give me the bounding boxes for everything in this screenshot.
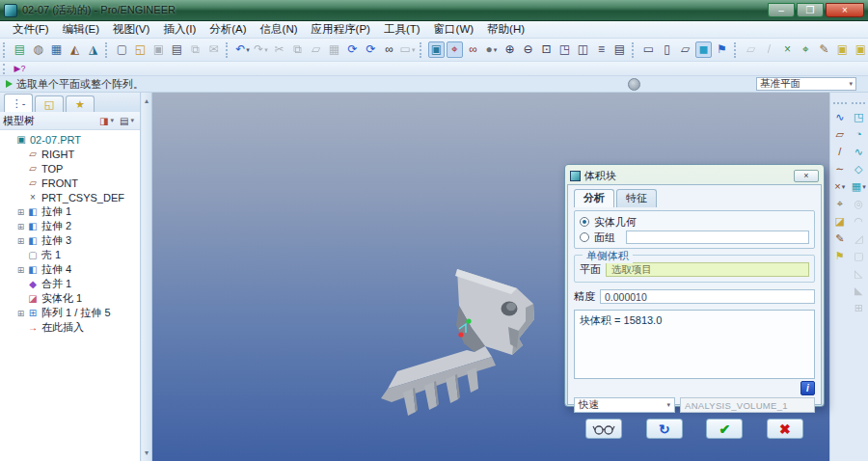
blend-tool-icon[interactable]: ◇ <box>851 161 866 176</box>
panel-sash[interactable]: ▴ ▾ <box>142 93 152 461</box>
reorient-icon[interactable]: ◳ <box>556 41 573 58</box>
new-file-icon[interactable]: ▢ <box>114 41 130 58</box>
notes-tag-icon[interactable]: ▣ <box>834 41 851 58</box>
solid-geometry-radio[interactable] <box>580 217 589 227</box>
tree-item-extrude-4[interactable]: ⊞◧拉伸 4 <box>0 262 140 277</box>
undo-icon[interactable]: ↶▾ <box>234 41 251 58</box>
send-mail-icon[interactable]: ✉ <box>205 41 222 58</box>
dialog-tab-analysis[interactable]: 分析 <box>574 189 614 207</box>
toolbar-grip[interactable] <box>105 42 109 58</box>
sash-arrow-up-icon[interactable]: ▴ <box>145 96 149 105</box>
menu-tools[interactable]: 工具(T) <box>377 21 427 38</box>
extrude-tool-icon[interactable]: ◳ <box>851 109 866 124</box>
dialog-tab-feature[interactable]: 特征 <box>616 189 657 207</box>
named-views-icon[interactable]: ◫ <box>575 41 591 58</box>
paste-icon[interactable]: ▱ <box>308 41 324 58</box>
tree-item-datum-front[interactable]: ▱FRONT <box>0 176 140 190</box>
menu-insert[interactable]: 插入(I) <box>156 21 203 38</box>
datum-planes-toggle-icon[interactable]: ▱ <box>743 41 759 58</box>
sketch-tool-icon[interactable]: ◪ <box>832 213 848 229</box>
menu-file[interactable]: 文件(F) <box>6 21 56 38</box>
datum-axes-toggle-icon[interactable]: / <box>761 41 777 58</box>
expand-icon[interactable]: ⊞ <box>15 222 26 231</box>
favorites-tab[interactable]: ★ <box>66 95 95 112</box>
tag-2-icon[interactable]: ▣ <box>853 41 868 58</box>
menu-view[interactable]: 视图(V) <box>106 21 156 38</box>
save-icon[interactable]: ▣ <box>150 41 167 58</box>
tree-item-merge-1[interactable]: ◆合并 1 <box>0 277 140 291</box>
toolbar-grip[interactable] <box>734 42 738 58</box>
model-tree-tab[interactable]: ⋮‑ <box>4 94 33 112</box>
message-log-icon[interactable] <box>628 78 640 91</box>
tree-item-shell-1[interactable]: ▢壳 1 <box>0 248 140 262</box>
tree-item-extrude-3[interactable]: ⊞◧拉伸 3 <box>0 233 140 248</box>
quilt-input[interactable] <box>626 230 809 244</box>
dialog-title-bar[interactable]: 体积块 × <box>567 167 822 184</box>
style-tool-icon[interactable]: ∿ <box>832 109 848 124</box>
appearances-icon[interactable]: ◍ <box>30 41 46 58</box>
datum-axis-tool-icon[interactable]: / <box>832 144 848 159</box>
rib-tool-icon[interactable]: ◣ <box>851 283 866 298</box>
chamfer-tool-icon[interactable]: ◿ <box>851 230 866 246</box>
redo-icon[interactable]: ↷▾ <box>253 41 269 58</box>
fly-through-icon[interactable]: ◮ <box>85 41 101 58</box>
refit-icon[interactable]: ⊡ <box>538 41 555 58</box>
plane-collector-field[interactable]: 选取项目 <box>606 262 809 277</box>
layers-icon[interactable]: ≡ <box>593 41 610 58</box>
analysis-type-dropdown[interactable]: 快速 ▾ <box>574 397 675 413</box>
expand-icon[interactable]: ⊞ <box>15 236 26 246</box>
repeat-button[interactable]: ↻ <box>646 419 683 439</box>
preview-button[interactable] <box>585 419 622 439</box>
close-button[interactable]: × <box>826 3 864 17</box>
folder-browser-tab[interactable]: ◱ <box>35 95 64 112</box>
tree-item-datum-right[interactable]: ▱RIGHT <box>0 147 140 161</box>
shell-tool-icon[interactable]: ▢ <box>851 248 866 263</box>
accuracy-input[interactable]: 0.000010 <box>600 289 815 304</box>
saved-view-pin-icon[interactable]: ⚑ <box>714 41 730 58</box>
regenerate-icon[interactable]: ▦ <box>326 41 342 58</box>
menu-edit[interactable]: 编辑(E) <box>56 21 106 38</box>
selection-filter-dropdown[interactable]: 基准平面 ▾ <box>756 77 856 91</box>
toolbar-grip[interactable] <box>3 42 7 58</box>
select-special-icon[interactable]: ▭▾ <box>399 41 416 58</box>
tree-item-extrude-2[interactable]: ⊞◧拉伸 2 <box>0 219 140 233</box>
menu-info[interactable]: 信息(N) <box>254 21 305 38</box>
dialog-close-button[interactable]: × <box>794 170 819 182</box>
boundary-blend-tool-icon[interactable]: ▦▾ <box>851 178 866 194</box>
tree-item-csys-def[interactable]: ×PRT_CSYS_DEF <box>0 190 140 204</box>
sweep-tool-icon[interactable]: ∿ <box>851 144 866 159</box>
annotation-tool-icon[interactable]: ✎ <box>832 230 848 246</box>
cut-icon[interactable]: ✂ <box>271 41 287 58</box>
spin-center-icon[interactable]: ⌖ <box>447 41 463 58</box>
csys-tool-icon[interactable]: ⌖ <box>832 196 848 211</box>
minimize-button[interactable]: – <box>768 3 795 17</box>
draft-tool-icon[interactable]: ◺ <box>851 265 866 281</box>
copy-doc-icon[interactable]: ⧉ <box>187 41 203 58</box>
update-model-icon[interactable]: ⟳ <box>344 41 361 58</box>
ok-button[interactable]: ✔ <box>706 419 743 439</box>
menu-analysis[interactable]: 分析(A) <box>203 21 253 38</box>
datum-points-toggle-icon[interactable]: × <box>779 41 796 58</box>
menu-help[interactable]: 帮助(H) <box>480 21 531 38</box>
menu-applications[interactable]: 应用程序(P) <box>305 21 377 38</box>
view-manager-icon[interactable]: ▤ <box>611 41 628 58</box>
datum-plane-tool-icon[interactable]: ▱ <box>832 126 848 142</box>
datum-point-tool-icon[interactable]: ×▾ <box>832 178 848 194</box>
no-hidden-icon[interactable]: ▱ <box>677 41 693 58</box>
shaded-icon[interactable]: ◼ <box>695 41 712 58</box>
tree-item-root-part[interactable]: ▣02-07.PRT <box>0 132 140 147</box>
expand-icon[interactable]: ⊞ <box>15 265 26 275</box>
datum-curve-tool-icon[interactable]: ∼ <box>832 161 848 176</box>
maximize-button[interactable]: ❐ <box>797 3 824 17</box>
quilt-radio[interactable] <box>580 232 589 242</box>
hidden-line-icon[interactable]: ▯ <box>659 41 675 58</box>
tree-settings-button[interactable]: ▤▾ <box>117 116 137 126</box>
open-file-icon[interactable]: ◱ <box>132 41 149 58</box>
render-scene-icon[interactable]: ▤ <box>12 41 28 58</box>
tree-item-datum-top[interactable]: ▱TOP <box>0 161 140 176</box>
expand-icon[interactable]: ⊞ <box>15 309 26 318</box>
print-icon[interactable]: ▤ <box>169 41 185 58</box>
tree-item-pattern-1[interactable]: ⊞⊞阵列 1 / 拉伸 5 <box>0 306 140 320</box>
context-help-icon[interactable]: ▶? <box>12 63 28 75</box>
analysis-name-input[interactable]: ANALYSIS_VOLUME_1 <box>680 397 815 413</box>
